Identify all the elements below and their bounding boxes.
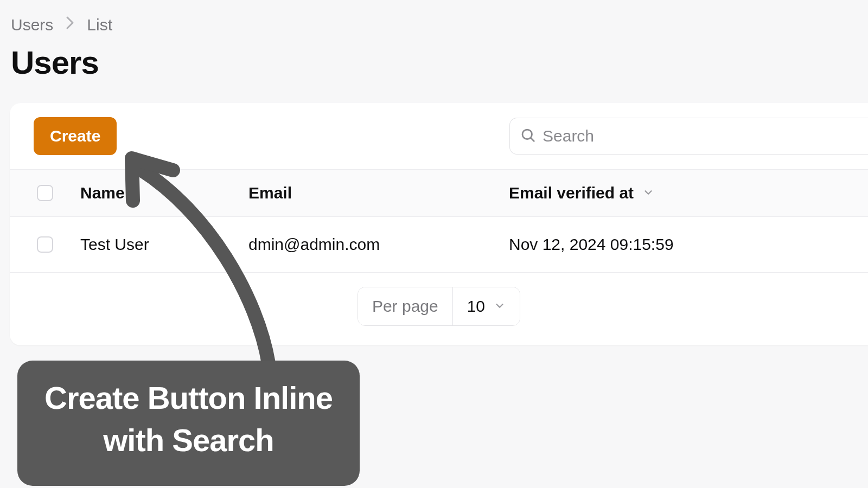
users-card: Create Name Email Email verified at Test… xyxy=(10,103,868,345)
column-header-verified[interactable]: Email verified at xyxy=(509,184,868,202)
chevron-right-icon xyxy=(65,15,75,34)
breadcrumb: Users List xyxy=(0,0,868,34)
annotation-callout: Create Button Inline with Search xyxy=(17,361,360,486)
table-header: Name Email Email verified at xyxy=(10,169,868,217)
page-title: Users xyxy=(0,34,868,103)
create-button[interactable]: Create xyxy=(34,117,117,155)
annotation-line2: with Search xyxy=(44,419,333,461)
table-row[interactable]: Test User dmin@admin.com Nov 12, 2024 09… xyxy=(10,217,868,273)
column-header-email[interactable]: Email xyxy=(248,184,509,202)
chevron-down-icon[interactable] xyxy=(642,184,654,202)
search-icon xyxy=(520,127,536,145)
table-footer: Per page 10 xyxy=(10,273,868,345)
svg-point-0 xyxy=(522,130,532,139)
chevron-down-icon xyxy=(494,297,506,316)
column-header-verified-label: Email verified at xyxy=(509,184,634,202)
annotation-line1: Create Button Inline xyxy=(44,377,333,419)
cell-verified: Nov 12, 2024 09:15:59 xyxy=(509,235,868,254)
per-page-control: Per page 10 xyxy=(358,287,520,326)
per-page-label: Per page xyxy=(358,287,453,325)
per-page-select[interactable]: 10 xyxy=(453,287,520,325)
breadcrumb-root[interactable]: Users xyxy=(11,16,53,34)
select-all-checkbox[interactable] xyxy=(37,185,53,201)
toolbar: Create xyxy=(10,103,868,169)
search-field[interactable] xyxy=(509,118,868,155)
cell-name: Test User xyxy=(80,235,248,254)
cell-email: dmin@admin.com xyxy=(248,235,509,254)
per-page-value: 10 xyxy=(467,297,485,316)
breadcrumb-current[interactable]: List xyxy=(87,16,112,34)
search-input[interactable] xyxy=(542,127,651,145)
row-checkbox[interactable] xyxy=(37,236,53,253)
column-header-name[interactable]: Name xyxy=(80,184,248,202)
